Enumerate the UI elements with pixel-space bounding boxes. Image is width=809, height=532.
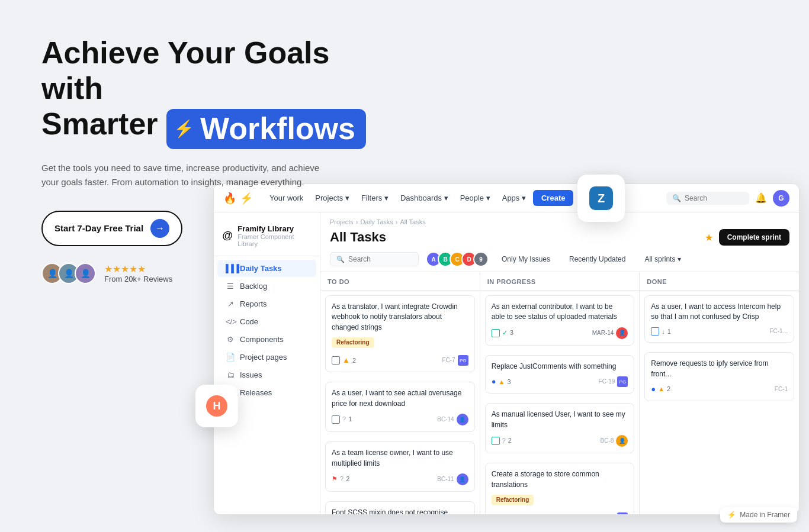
table-row: As a user, I want to access Intercom hel… bbox=[644, 295, 794, 343]
nav-dashboards[interactable]: Dashboards ▾ bbox=[396, 191, 453, 205]
avatar-count: 9 bbox=[473, 252, 489, 267]
search-icon: 🔍 bbox=[672, 194, 681, 202]
tag-refactoring: Refactoring bbox=[492, 495, 534, 505]
review-info: ★★★★★ From 20k+ Reviews bbox=[104, 263, 172, 283]
search-input[interactable] bbox=[685, 194, 743, 202]
check-circle-icon: ● bbox=[492, 376, 496, 387]
svg-text:H: H bbox=[213, 400, 221, 412]
issues-label: Issues bbox=[240, 370, 262, 379]
components-label: Components bbox=[240, 335, 284, 344]
kanban-board: TO DO As a translator, I want integrate … bbox=[320, 272, 799, 514]
framer-badge-label: Made in Framer bbox=[740, 511, 790, 519]
components-icon: ⚙ bbox=[226, 335, 235, 344]
cta-row: Start 7-Day Free Trial → bbox=[41, 211, 373, 246]
table-row: As a team license owner, I want to use m… bbox=[325, 441, 475, 492]
hero-subtitle: Get the tools you need to save time, inc… bbox=[41, 161, 338, 189]
recently-updated-filter[interactable]: Recently Updated bbox=[563, 253, 631, 266]
check-icon: ✓ bbox=[502, 328, 508, 337]
code-icon: </> bbox=[226, 317, 235, 326]
nav-people[interactable]: People ▾ bbox=[455, 191, 495, 205]
releases-label: Releases bbox=[240, 388, 272, 397]
kanban-col-done: DONE As a user, I want to access Interco… bbox=[640, 272, 799, 514]
project-pages-icon: 📄 bbox=[226, 353, 235, 362]
card-user-badge: PG bbox=[458, 355, 468, 366]
stars: ★★★★★ bbox=[104, 263, 172, 275]
kanban-col-todo: TO DO As a translator, I want integrate … bbox=[320, 272, 480, 514]
kanban-col-in-progress: IN PROGRESS As an external contributor, … bbox=[480, 272, 640, 514]
sidebar-item-code[interactable]: </> Code bbox=[217, 313, 316, 330]
code-label: Code bbox=[240, 317, 258, 326]
framer-badge: ⚡ Made in Framer bbox=[720, 507, 797, 523]
card-avatar: 👤 bbox=[457, 473, 468, 485]
trial-button[interactable]: Start 7-Day Free Trial → bbox=[41, 211, 182, 246]
question-icon: ? bbox=[502, 436, 506, 445]
sidebar-item-components[interactable]: ⚙ Components bbox=[217, 331, 316, 348]
card-status-icon bbox=[651, 327, 659, 336]
hubspot-card: H bbox=[195, 385, 238, 427]
reports-icon: ↗ bbox=[226, 299, 235, 308]
table-row: As manual licensed User, I want to see m… bbox=[485, 403, 635, 453]
reviews-row: 👤 👤 👤 ★★★★★ From 20k+ Reviews bbox=[41, 263, 373, 284]
table-row: Font SCSS mixin does not recognise fallb… bbox=[325, 501, 475, 514]
content-header: Projects › Daily Tasks › All Tasks All T… bbox=[320, 212, 799, 272]
sidebar-item-issues[interactable]: 🗂 Issues bbox=[217, 366, 316, 383]
card-avatar: 👤 bbox=[616, 327, 628, 339]
main-content: Projects › Daily Tasks › All Tasks All T… bbox=[320, 212, 799, 514]
all-sprints-filter[interactable]: All sprints ▾ bbox=[638, 253, 686, 266]
question-icon: ? bbox=[342, 415, 346, 424]
table-row: Create a storage to store common transla… bbox=[485, 463, 635, 514]
hero-title: Achieve Your Goals with Smarter ⚡ Workfl… bbox=[41, 36, 373, 149]
question-icon: ? bbox=[340, 475, 343, 483]
create-button[interactable]: Create bbox=[533, 190, 573, 206]
table-row: Remove requests to ipfy service from fro… bbox=[644, 352, 794, 401]
card-user-badge: PG bbox=[617, 376, 628, 387]
issues-icon: 🗂 bbox=[226, 370, 235, 379]
content-title-row: All Tasks ★ Complete sprint bbox=[330, 229, 789, 246]
table-row: As a user, I want to see actual overusag… bbox=[325, 382, 475, 432]
svg-text:Z: Z bbox=[598, 192, 605, 205]
tag-refactoring: Refactoring bbox=[332, 337, 374, 348]
flag-icon: ⚑ bbox=[332, 475, 338, 483]
complete-sprint-button[interactable]: Complete sprint bbox=[719, 229, 789, 246]
favorite-star-icon[interactable]: ★ bbox=[705, 232, 713, 243]
zendesk-card: Z bbox=[577, 175, 625, 222]
check-circle-icon: ● bbox=[492, 512, 496, 514]
reviewer-avatars: 👤 👤 👤 bbox=[41, 263, 96, 284]
up-arrow-icon: ▲ bbox=[658, 385, 664, 394]
card-user-badge: PG bbox=[617, 512, 628, 514]
card-status-icon bbox=[492, 329, 500, 337]
col-header-done: DONE bbox=[640, 272, 799, 291]
nav-search[interactable]: 🔍 bbox=[666, 192, 749, 205]
down-arrow-icon: ↓ bbox=[662, 327, 665, 336]
check-circle-icon: ● bbox=[651, 384, 656, 395]
hero-section: Achieve Your Goals with Smarter ⚡ Workfl… bbox=[41, 36, 373, 284]
card-status-icon bbox=[492, 437, 500, 445]
nav-right: 🔍 🔔 G bbox=[666, 190, 789, 207]
col-header-in-progress: IN PROGRESS bbox=[480, 272, 640, 291]
sidebar-item-reports[interactable]: ↗ Reports bbox=[217, 295, 316, 312]
table-row: As a translator, I want integrate Crowdi… bbox=[325, 295, 475, 372]
notification-icon[interactable]: 🔔 bbox=[755, 192, 767, 204]
filter-row: 🔍 A B C D 9 Only My Issues Recently Upda… bbox=[330, 252, 789, 272]
filter-avatars: A B C D 9 bbox=[426, 252, 489, 267]
priority-icon: ▲ bbox=[342, 355, 350, 366]
project-pages-label: Project pages bbox=[240, 353, 287, 362]
card-status-icon bbox=[332, 356, 340, 365]
hero-highlight: ⚡ Workflows bbox=[166, 109, 366, 149]
up-arrow-icon: ▲ bbox=[499, 513, 505, 514]
user-avatar[interactable]: G bbox=[773, 190, 789, 207]
reviews-text: From 20k+ Reviews bbox=[104, 275, 172, 283]
arrow-circle-icon: → bbox=[150, 219, 169, 238]
sidebar-item-project-pages[interactable]: 📄 Project pages bbox=[217, 349, 316, 366]
only-my-issues-filter[interactable]: Only My Issues bbox=[496, 253, 556, 266]
reports-label: Reports bbox=[240, 299, 267, 308]
workflow-icon: ⚡ bbox=[174, 120, 194, 138]
card-avatar: 👤 bbox=[616, 435, 628, 447]
avatar-3: 👤 bbox=[75, 263, 96, 284]
nav-apps[interactable]: Apps ▾ bbox=[497, 191, 531, 205]
table-row: Replace JustComments with something ● ▲ … bbox=[485, 355, 635, 394]
up-arrow-icon: ▲ bbox=[499, 378, 505, 386]
breadcrumb: Projects › Daily Tasks › All Tasks bbox=[330, 218, 789, 225]
card-status-icon bbox=[332, 415, 340, 424]
table-row: As an external contributor, I want to be… bbox=[485, 295, 635, 346]
